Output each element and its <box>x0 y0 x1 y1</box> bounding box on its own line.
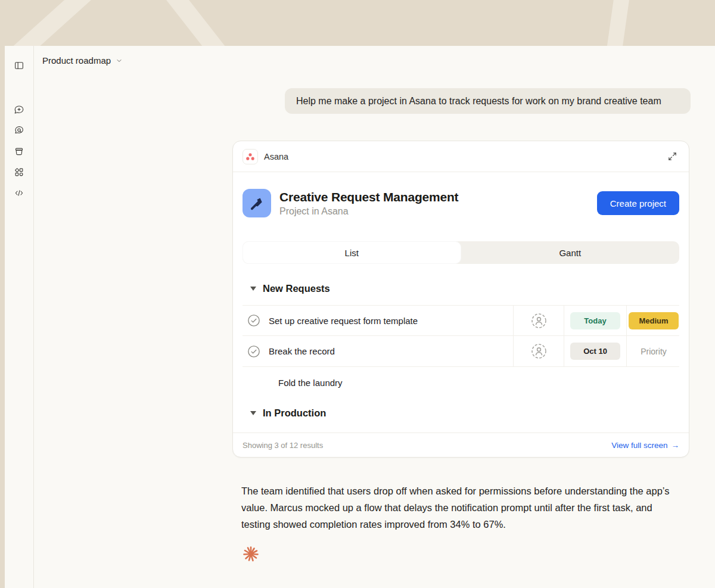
results-count: Showing 3 of 12 results <box>243 441 323 450</box>
chevron-down-icon <box>116 57 123 64</box>
page-title: Product roadmap <box>42 55 111 66</box>
arrow-right-icon: → <box>672 441 680 450</box>
task-table: Set up creative request form template To… <box>243 305 679 398</box>
asana-logo-icon <box>243 149 258 164</box>
sidebar <box>5 46 34 588</box>
assignee-placeholder-icon[interactable] <box>531 313 547 329</box>
banner-stripe <box>0 0 144 46</box>
tab-gantt[interactable]: Gantt <box>461 241 680 264</box>
collapse-triangle-icon <box>250 287 256 291</box>
task-title: Set up creative request form template <box>269 316 418 326</box>
banner-stripe <box>122 0 290 46</box>
asana-app-name: Asana <box>264 152 288 161</box>
priority-placeholder[interactable]: Priority <box>641 347 667 356</box>
top-banner <box>0 0 715 46</box>
create-project-button[interactable]: Create project <box>597 191 679 215</box>
collapse-triangle-icon <box>250 411 256 415</box>
connectors-icon[interactable] <box>9 162 29 182</box>
priority-badge[interactable]: Medium <box>629 312 679 329</box>
project-icon <box>243 189 271 217</box>
projects-icon[interactable] <box>9 141 29 161</box>
search-chats-icon[interactable] <box>9 120 29 141</box>
user-message-text: Help me make a project in Asana to track… <box>296 96 661 106</box>
task-check-icon[interactable] <box>247 345 260 358</box>
section-header-new-requests[interactable]: New Requests <box>243 283 679 294</box>
task-title: Break the record <box>269 346 335 356</box>
expand-icon[interactable] <box>665 150 679 164</box>
code-icon[interactable] <box>9 183 29 203</box>
project-subtitle: Project in Asana <box>279 206 458 217</box>
project-title-row: Creative Request Management Project in A… <box>243 189 679 217</box>
view-full-screen-link[interactable]: View full screen → <box>611 441 679 450</box>
tab-list[interactable]: List <box>243 241 461 264</box>
task-check-icon[interactable] <box>247 314 260 327</box>
left-edge-strip <box>0 46 5 588</box>
assignee-placeholder-icon[interactable] <box>531 343 547 359</box>
user-message-bubble: Help me make a project in Asana to track… <box>285 88 691 114</box>
assistant-message-text: The team identified that users drop off … <box>241 483 683 533</box>
section-header-in-production[interactable]: In Production <box>243 407 679 419</box>
claude-star-icon <box>242 545 260 563</box>
asana-card: Asana Creative Request Management Projec… <box>232 141 689 458</box>
task-title: Fold the laundry <box>278 378 343 388</box>
due-badge[interactable]: Today <box>570 312 620 329</box>
asana-card-header: Asana <box>233 141 689 172</box>
task-row[interactable]: Set up creative request form template To… <box>243 305 679 336</box>
asana-card-footer: Showing 3 of 12 results View full screen… <box>233 433 689 457</box>
new-chat-icon[interactable] <box>9 99 29 120</box>
conversation-header[interactable]: Product roadmap <box>42 55 123 66</box>
task-row[interactable]: Fold the laundry <box>243 367 679 398</box>
view-tabs: List Gantt <box>243 241 679 264</box>
due-badge[interactable]: Oct 10 <box>570 343 620 360</box>
task-row[interactable]: Break the record Oct 10 Priority <box>243 336 679 367</box>
sidebar-toggle-icon[interactable] <box>9 55 29 76</box>
project-title: Creative Request Management <box>279 190 458 204</box>
banner-stripe <box>595 0 635 46</box>
